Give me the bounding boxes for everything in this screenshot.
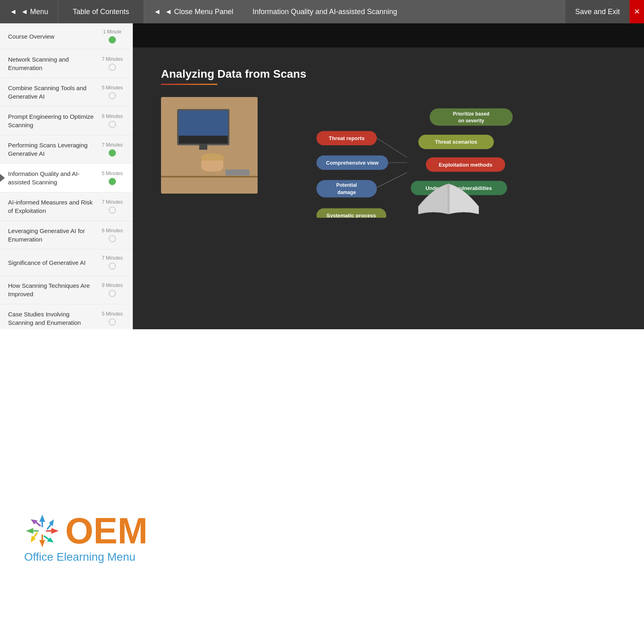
oem-text: OEM xyxy=(65,513,148,549)
sidebar-item-time-performing-scans: 7 Minutes xyxy=(102,142,123,148)
sidebar-item-meta-ai-informed: 7 Minutes xyxy=(100,199,124,214)
sidebar-item-label-leveraging-gen-ai: Leveraging Generative AI for Enumeration xyxy=(8,227,100,244)
toc-button[interactable]: Table of Contents xyxy=(58,0,144,23)
content-area: Analyzing Data from Scans xyxy=(133,23,644,329)
status-circle-network-scanning xyxy=(109,64,116,71)
status-circle-leveraging-gen-ai xyxy=(109,235,116,242)
sidebar-item-info-quality[interactable]: Information Quality and AI-assisted Scan… xyxy=(0,164,132,192)
sidebar: Course Overview1 MinuteNetwork Scanning … xyxy=(0,23,133,329)
diagram-area: Threat reports Comprehensive view Potent… xyxy=(274,97,616,218)
svg-marker-29 xyxy=(43,535,54,543)
svg-line-20 xyxy=(377,173,407,188)
photo-box xyxy=(161,97,258,194)
keyboard-shape xyxy=(225,169,250,175)
sidebar-item-label-performing-scans: Performing Scans Leveraging Generative A… xyxy=(8,141,100,158)
person-head xyxy=(201,153,223,171)
status-circle-course-overview xyxy=(109,36,116,43)
mind-map-svg: Threat reports Comprehensive view Potent… xyxy=(274,97,616,218)
sidebar-item-label-significance: Significance of Generative AI xyxy=(8,258,100,267)
sidebar-item-label-course-overview: Course Overview xyxy=(8,32,100,41)
sidebar-item-meta-how-scanning: 9 Minutes xyxy=(100,283,124,297)
sidebar-item-network-scanning[interactable]: Network Scanning and Enumeration7 Minute… xyxy=(0,50,132,78)
slide-underline xyxy=(161,84,217,85)
status-circle-combine-scanning xyxy=(109,92,116,99)
sidebar-item-combine-scanning[interactable]: Combine Scanning Tools and Generative AI… xyxy=(0,78,132,107)
sidebar-item-performing-scans[interactable]: Performing Scans Leveraging Generative A… xyxy=(0,135,132,164)
close-panel-label: ◄ Close Menu Panel xyxy=(165,8,233,16)
close-panel-arrow-icon: ◄ xyxy=(154,8,161,16)
close-x-button[interactable]: ✕ xyxy=(630,0,644,23)
sidebar-item-meta-significance: 7 Minutes xyxy=(100,255,124,270)
sidebar-item-time-course-overview: 1 Minute xyxy=(103,29,122,35)
sidebar-item-meta-prompt-engineering: 6 Minutes xyxy=(100,114,124,128)
status-circle-significance xyxy=(109,262,116,270)
sidebar-item-label-ai-informed: AI-informed Measures and Risk of Exploit… xyxy=(8,198,100,215)
sidebar-item-label-how-scanning: How Scanning Techniques Are Improved xyxy=(8,281,100,298)
svg-marker-28 xyxy=(31,519,41,526)
svg-text:Exploitation methods: Exploitation methods xyxy=(439,162,492,168)
sidebar-item-meta-leveraging-gen-ai: 6 Minutes xyxy=(100,228,124,242)
sidebar-item-label-case-studies: Case Studies Involving Scanning and Enum… xyxy=(8,310,100,327)
top-navigation: ◄ ◄ Menu Table of Contents ◄ ◄ Close Men… xyxy=(0,0,644,23)
slide-title-nav: Information Quality and AI-assisted Scan… xyxy=(243,0,566,23)
svg-text:Threat scenarios: Threat scenarios xyxy=(435,139,477,145)
sidebar-item-time-prompt-engineering: 6 Minutes xyxy=(102,114,123,119)
sidebar-item-time-ai-informed: 7 Minutes xyxy=(102,199,123,205)
sidebar-item-time-leveraging-gen-ai: 6 Minutes xyxy=(102,228,123,233)
svg-text:Prioritize based: Prioritize based xyxy=(453,111,489,117)
svg-text:damage: damage xyxy=(337,190,356,195)
sidebar-item-time-info-quality: 5 Minutes xyxy=(102,171,123,176)
close-panel-button[interactable]: ◄ ◄ Close Menu Panel xyxy=(144,0,243,23)
status-circle-ai-informed xyxy=(109,206,116,214)
svg-text:Threat reports: Threat reports xyxy=(329,135,365,141)
sidebar-item-label-network-scanning: Network Scanning and Enumeration xyxy=(8,55,100,72)
sidebar-item-ai-informed[interactable]: AI-informed Measures and Risk of Exploit… xyxy=(0,192,132,221)
slide-title: Analyzing Data from Scans xyxy=(161,68,616,80)
sidebar-item-meta-info-quality: 5 Minutes xyxy=(100,171,124,185)
sidebar-item-how-scanning[interactable]: How Scanning Techniques Are Improved9 Mi… xyxy=(0,276,132,304)
sidebar-item-time-case-studies: 5 Minutes xyxy=(102,311,123,317)
sidebar-item-time-network-scanning: 7 Minutes xyxy=(102,56,123,62)
sidebar-item-time-combine-scanning: 5 Minutes xyxy=(102,85,123,91)
sidebar-item-label-prompt-engineering: Prompt Engineering to Optimize Scanning xyxy=(8,112,100,129)
nav-title-text: Information Quality and AI-assisted Scan… xyxy=(253,8,397,16)
svg-text:Systematic process: Systematic process xyxy=(326,213,376,218)
sidebar-item-meta-performing-scans: 7 Minutes xyxy=(100,142,124,157)
back-arrow-icon: ◄ xyxy=(10,8,17,16)
svg-text:on severity: on severity xyxy=(458,118,484,124)
svg-text:Comprehensive view: Comprehensive view xyxy=(326,160,379,166)
status-circle-performing-scans xyxy=(109,149,116,157)
toc-label: Table of Contents xyxy=(73,8,129,16)
svg-text:Potential: Potential xyxy=(336,182,357,188)
sidebar-item-meta-course-overview: 1 Minute xyxy=(100,29,124,43)
slide-content: Threat reports Comprehensive view Potent… xyxy=(161,97,616,329)
sidebar-item-course-overview[interactable]: Course Overview1 Minute xyxy=(0,23,132,50)
sidebar-item-time-significance: 7 Minutes xyxy=(102,255,123,261)
svg-rect-21 xyxy=(448,184,450,214)
svg-marker-26 xyxy=(47,519,54,530)
close-x-icon: ✕ xyxy=(634,7,640,16)
status-circle-case-studies xyxy=(109,318,116,326)
monitor-shape xyxy=(177,109,229,145)
sidebar-item-label-combine-scanning: Combine Scanning Tools and Generative AI xyxy=(8,84,100,101)
active-arrow-icon xyxy=(0,174,5,182)
sidebar-item-time-how-scanning: 9 Minutes xyxy=(102,283,123,288)
logo-section: OEM Office Elearning Menu xyxy=(24,513,148,564)
save-exit-button[interactable]: Save and Exit xyxy=(566,0,630,23)
sidebar-item-meta-case-studies: 5 Minutes xyxy=(100,311,124,326)
sidebar-item-label-info-quality: Information Quality and AI-assisted Scan… xyxy=(8,169,100,186)
main-layout: Course Overview1 MinuteNetwork Scanning … xyxy=(0,23,644,329)
menu-button[interactable]: ◄ ◄ Menu xyxy=(0,0,58,23)
status-circle-prompt-engineering xyxy=(109,121,116,128)
sidebar-item-meta-network-scanning: 7 Minutes xyxy=(100,56,124,71)
sidebar-item-case-studies[interactable]: Case Studies Involving Scanning and Enum… xyxy=(0,304,132,329)
svg-line-18 xyxy=(377,138,407,157)
oem-arrows-icon xyxy=(24,513,60,549)
status-circle-how-scanning xyxy=(109,290,116,297)
sidebar-item-leveraging-gen-ai[interactable]: Leveraging Generative AI for Enumeration… xyxy=(0,221,132,250)
slide-container: Analyzing Data from Scans xyxy=(133,47,644,329)
oem-subtitle: Office Elearning Menu xyxy=(24,551,136,564)
sidebar-item-meta-combine-scanning: 5 Minutes xyxy=(100,85,124,99)
sidebar-item-prompt-engineering[interactable]: Prompt Engineering to Optimize Scanning6… xyxy=(0,107,132,135)
sidebar-item-significance[interactable]: Significance of Generative AI7 Minutes xyxy=(0,250,132,276)
